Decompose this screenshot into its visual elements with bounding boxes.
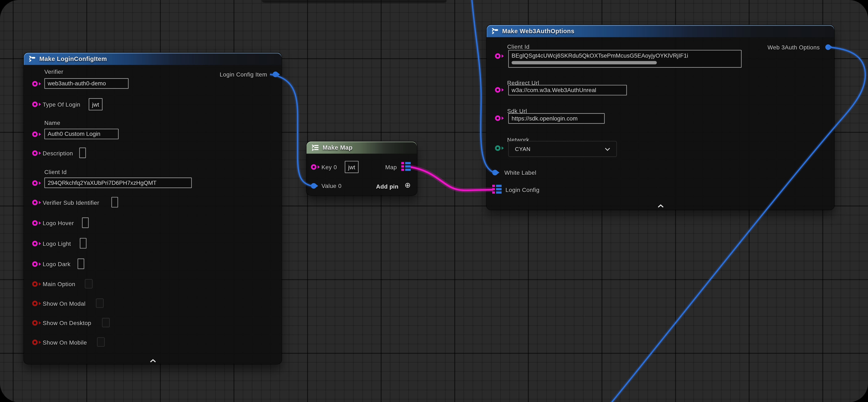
pin-sdk-url[interactable] xyxy=(495,115,500,121)
make-struct-icon xyxy=(491,28,499,34)
logo-hover-input[interactable] xyxy=(82,218,89,228)
field-label: Show On Desktop xyxy=(43,320,91,326)
pin-client-id[interactable] xyxy=(32,180,38,186)
node-title: Make Map xyxy=(323,144,353,151)
pin-web3auth-options-output[interactable] xyxy=(825,45,831,50)
network-selected-value: CYAN xyxy=(515,146,531,152)
field-label: Key 0 xyxy=(321,164,337,170)
pin-logo-dark[interactable] xyxy=(32,261,38,267)
pin-show-on-modal[interactable] xyxy=(32,301,38,306)
blueprint-graph-canvas[interactable]: Make LoginConfigItem Login Config Item V… xyxy=(0,0,868,402)
client-id-input[interactable]: BEglQSgt4cUWcj6SKRdu5QkOXTsePmMcusG5EAoy… xyxy=(508,50,742,67)
field-label: Name xyxy=(44,119,60,126)
show-on-desktop-checkbox[interactable] xyxy=(102,318,110,327)
pin-verifier-sub-identifier[interactable] xyxy=(32,200,38,205)
node-make-map[interactable]: Make Map Key 0 jwt Map Value 0 Add pin ⊕ xyxy=(307,142,417,195)
pin-show-on-mobile[interactable] xyxy=(32,340,38,345)
pin-login-config[interactable] xyxy=(492,185,502,194)
dropdown-chevron-icon xyxy=(605,147,610,151)
add-pin-label[interactable]: Add pin xyxy=(376,183,399,190)
collapse-chevron-icon[interactable] xyxy=(149,355,156,365)
pin-main-option[interactable] xyxy=(32,281,38,287)
offscreen-node-edge xyxy=(261,0,446,3)
show-on-mobile-checkbox[interactable] xyxy=(97,337,105,347)
pin-type-of-login[interactable] xyxy=(32,102,38,107)
blueprint-editor: Make LoginConfigItem Login Config Item V… xyxy=(0,0,868,402)
pin-logo-hover[interactable] xyxy=(32,220,38,226)
make-struct-icon xyxy=(28,56,36,62)
collapse-chevron-icon[interactable] xyxy=(657,200,664,210)
output-pin-label: Login Config Item xyxy=(220,71,267,78)
field-label: Main Option xyxy=(43,281,75,287)
logo-light-input[interactable] xyxy=(80,238,87,249)
node-make-web3authoptions[interactable]: Make Web3AuthOptions Web 3Auth Options C… xyxy=(487,25,834,210)
node-title: Make LoginConfigItem xyxy=(39,56,107,62)
node-header-make-web3authoptions[interactable]: Make Web3AuthOptions xyxy=(487,25,834,37)
pin-redirect-url[interactable] xyxy=(495,87,500,92)
pin-map-output[interactable] xyxy=(401,162,411,171)
pin-show-on-desktop[interactable] xyxy=(32,320,38,325)
verifier-sub-identifier-input[interactable] xyxy=(111,197,118,207)
node-title: Make Web3AuthOptions xyxy=(502,28,574,34)
pin-white-label[interactable] xyxy=(492,170,498,175)
pin-logo-light[interactable] xyxy=(32,241,38,246)
field-label: White Label xyxy=(504,169,536,176)
node-make-loginconfigitem[interactable]: Make LoginConfigItem Login Config Item V… xyxy=(24,53,281,364)
pin-name[interactable] xyxy=(32,132,38,137)
pin-network[interactable] xyxy=(495,145,500,151)
field-scrollbar[interactable] xyxy=(512,61,657,64)
field-label: Value 0 xyxy=(321,182,342,189)
main-option-checkbox[interactable] xyxy=(85,279,93,288)
type-of-login-input[interactable]: jwt xyxy=(89,98,102,110)
field-label: Type Of Login xyxy=(43,101,80,108)
verifier-input[interactable]: web3auth-auth0-demo xyxy=(44,78,129,89)
add-pin-icon[interactable]: ⊕ xyxy=(405,181,411,189)
client-id-input[interactable]: 294QRkchfq2YaXUbPri7D6PH7xzHgQMT xyxy=(44,177,192,188)
node-header-make-map[interactable]: Make Map xyxy=(307,142,417,154)
show-on-modal-checkbox[interactable] xyxy=(96,298,103,308)
pin-description[interactable] xyxy=(32,150,38,156)
description-input[interactable] xyxy=(79,148,86,158)
field-label: Logo Dark xyxy=(43,261,70,267)
pin-key-0[interactable] xyxy=(311,164,316,170)
pin-value-0[interactable] xyxy=(311,183,316,189)
output-pin-label: Map xyxy=(385,164,397,170)
make-container-icon xyxy=(311,144,319,151)
field-label: Verifier xyxy=(44,68,63,75)
field-label: Show On Mobile xyxy=(43,339,87,346)
field-label: Logo Light xyxy=(43,240,71,247)
redirect-url-input[interactable]: w3a://com.w3a.Web3AuthUnreal xyxy=(508,85,627,95)
logo-dark-input[interactable] xyxy=(78,259,84,269)
field-label: Login Config xyxy=(505,186,539,193)
field-label: Description xyxy=(43,150,73,156)
field-label: Logo Hover xyxy=(43,220,74,226)
node-header-make-loginconfigitem[interactable]: Make LoginConfigItem xyxy=(24,53,281,65)
sdk-url-input[interactable]: https://sdk.openlogin.com xyxy=(508,113,605,124)
name-input[interactable]: Auth0 Custom Login xyxy=(44,129,119,139)
field-label: Client Id xyxy=(507,43,529,50)
output-pin-label: Web 3Auth Options xyxy=(768,44,820,51)
pin-client-id[interactable] xyxy=(495,53,500,59)
network-dropdown[interactable]: CYAN xyxy=(508,141,617,157)
field-label: Verifier Sub Identifier xyxy=(43,199,99,206)
field-label: Client Id xyxy=(44,169,67,175)
field-label: Show On Modal xyxy=(43,300,86,307)
pin-login-config-item-output[interactable] xyxy=(273,71,278,77)
pin-verifier[interactable] xyxy=(32,81,38,86)
key-0-input[interactable]: jwt xyxy=(345,161,359,173)
